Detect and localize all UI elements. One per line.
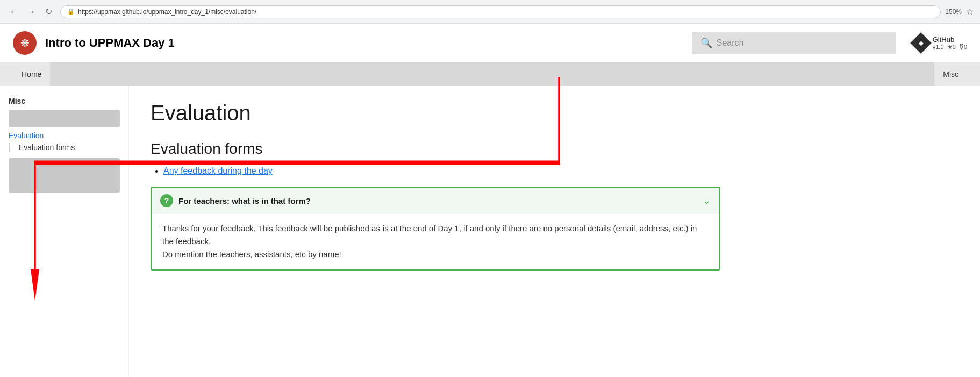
github-label: GitHub bbox=[933, 35, 967, 44]
callout-body-line2: Do mention the teachers, assistants, etc… bbox=[162, 248, 709, 261]
site-header: ❋ Intro to UPPMAX Day 1 🔍 Search ◆ GitHu… bbox=[0, 24, 980, 62]
site-title: Intro to UPPMAX Day 1 bbox=[45, 36, 683, 50]
github-forks: 0 bbox=[964, 44, 967, 50]
sidebar-evaluation-forms[interactable]: Evaluation forms bbox=[9, 143, 120, 152]
github-button[interactable]: ◆ GitHub v1.0 ★0 ⚧0 bbox=[913, 35, 967, 51]
sidebar-section-misc: Misc bbox=[9, 97, 120, 105]
url-text: https://uppmax.github.io/uppmax_intro_da… bbox=[78, 8, 256, 16]
nav-bar: Home Misc bbox=[0, 62, 980, 86]
callout-box: ? For teachers: what is in that form? ⌄ … bbox=[151, 187, 720, 271]
github-info: GitHub v1.0 ★0 ⚧0 bbox=[933, 35, 967, 51]
zoom-level: 150% bbox=[945, 8, 962, 16]
nav-home[interactable]: Home bbox=[13, 62, 50, 86]
site-logo: ❋ bbox=[13, 31, 37, 55]
content-area: Evaluation Evaluation forms Any feedback… bbox=[129, 86, 774, 377]
section-title-eval-forms: Evaluation forms bbox=[151, 140, 753, 158]
feedback-list-item: Any feedback during the day bbox=[163, 166, 753, 176]
github-diamond-icon: ◆ bbox=[910, 32, 932, 54]
chevron-down-icon: ⌄ bbox=[703, 195, 711, 207]
search-box[interactable]: 🔍 Search bbox=[692, 32, 896, 54]
callout-body: Thanks for your feedback. This feedback … bbox=[152, 214, 719, 269]
nav-spacer bbox=[50, 62, 934, 86]
nav-misc[interactable]: Misc bbox=[934, 62, 967, 86]
feedback-list: Any feedback during the day bbox=[163, 166, 753, 176]
search-placeholder: Search bbox=[717, 38, 744, 48]
callout-header[interactable]: ? For teachers: what is in that form? ⌄ bbox=[152, 188, 719, 214]
question-icon: ? bbox=[160, 194, 173, 207]
sidebar: Misc Evaluation Evaluation forms bbox=[0, 86, 129, 377]
sidebar-placeholder-2 bbox=[9, 158, 120, 193]
browser-nav-buttons: ← → ↻ bbox=[6, 4, 56, 19]
reload-button[interactable]: ↻ bbox=[41, 4, 56, 19]
github-meta: v1.0 ★0 ⚧0 bbox=[933, 44, 967, 51]
main-layout: Misc Evaluation Evaluation forms Evaluat… bbox=[0, 86, 980, 377]
callout-body-line1: Thanks for your feedback. This feedback … bbox=[162, 222, 709, 248]
logo-symbol: ❋ bbox=[20, 37, 30, 49]
address-bar[interactable]: 🔒 https://uppmax.github.io/uppmax_intro_… bbox=[60, 5, 941, 18]
search-icon: 🔍 bbox=[700, 37, 712, 49]
feedback-link[interactable]: Any feedback during the day bbox=[163, 166, 273, 175]
forward-button[interactable]: → bbox=[24, 4, 39, 19]
callout-header-text: For teachers: what is in that form? bbox=[178, 196, 311, 205]
github-stars: 0 bbox=[953, 44, 956, 50]
bookmark-icon[interactable]: ☆ bbox=[966, 6, 974, 17]
github-version: v1.0 bbox=[933, 44, 944, 50]
browser-icons: ☆ bbox=[966, 6, 974, 17]
browser-bar: ← → ↻ 🔒 https://uppmax.github.io/uppmax_… bbox=[0, 0, 980, 24]
lock-icon: 🔒 bbox=[67, 8, 75, 15]
sidebar-placeholder-1 bbox=[9, 110, 120, 127]
callout-header-left: ? For teachers: what is in that form? bbox=[160, 194, 311, 207]
sidebar-evaluation-link[interactable]: Evaluation bbox=[9, 131, 120, 140]
back-button[interactable]: ← bbox=[6, 4, 22, 19]
page-title: Evaluation bbox=[151, 101, 753, 125]
